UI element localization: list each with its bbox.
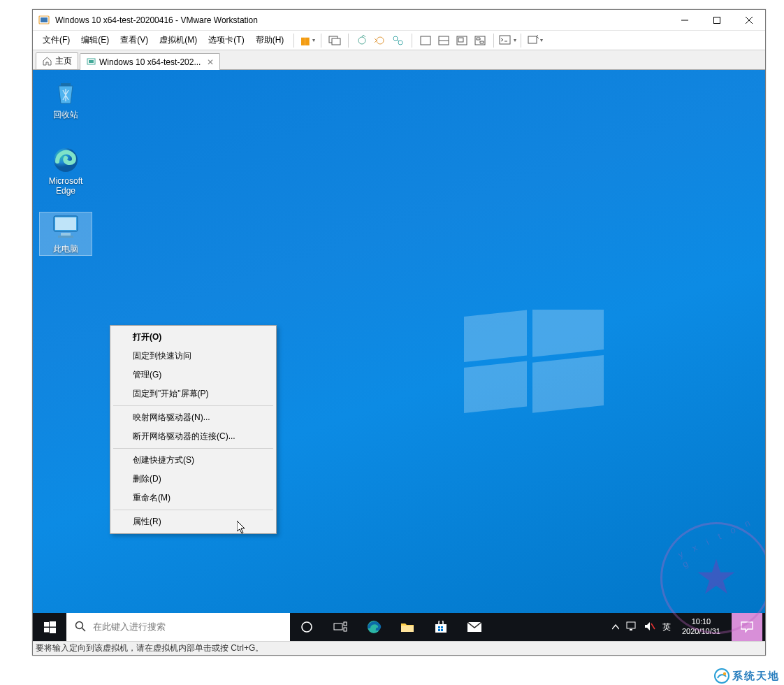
svg-rect-13	[421, 36, 430, 45]
context-menu-manage[interactable]: 管理(G)	[112, 366, 275, 384]
svg-rect-23	[464, 310, 527, 362]
window-title: Windows 10 x64-test-20200416 - VMware Wo…	[55, 15, 258, 25]
svg-rect-24	[532, 310, 604, 357]
recycle-bin-icon	[51, 78, 80, 108]
context-menu-pin-quick-access[interactable]: 固定到快速访问	[112, 347, 275, 366]
context-menu-open[interactable]: 打开(O)	[112, 328, 275, 347]
menubar: 文件(F) 编辑(E) 查看(V) 虚拟机(M) 选项卡(T) 帮助(H) ▮▮…	[33, 31, 765, 50]
maximize-button[interactable]	[701, 10, 733, 31]
svg-rect-3	[714, 17, 720, 23]
svg-rect-47	[441, 626, 443, 628]
view-unity-button[interactable]	[453, 32, 471, 49]
svg-rect-1	[41, 17, 48, 22]
context-menu-delete[interactable]: 删除(D)	[112, 470, 275, 489]
menu-view[interactable]: 查看(V)	[115, 31, 154, 49]
taskbar-store[interactable]	[424, 613, 458, 641]
home-icon	[42, 57, 52, 66]
context-menu-create-shortcut[interactable]: 创建快捷方式(S)	[112, 451, 275, 470]
menu-file[interactable]: 文件(F)	[37, 31, 75, 49]
tab-label: 主页	[55, 55, 72, 67]
vmware-app-icon	[38, 15, 50, 26]
tab-label: Windows 10 x64-test-202...	[99, 57, 201, 67]
tray-network-icon[interactable]	[626, 621, 637, 633]
context-menu-properties[interactable]: 属性(R)	[112, 512, 275, 531]
guest-taskbar: 在此键入进行搜索 英 10:10 2020/10/31	[33, 613, 765, 641]
console-button[interactable]: ▾	[498, 32, 516, 49]
context-menu-pin-start[interactable]: 固定到"开始"屏幕(P)	[112, 384, 275, 403]
close-button[interactable]	[733, 10, 765, 31]
context-menu-map-drive[interactable]: 映射网络驱动器(N)...	[112, 408, 275, 427]
svg-rect-44	[401, 626, 414, 632]
taskbar-task-view[interactable]	[324, 613, 357, 641]
menu-separator	[113, 405, 273, 406]
view-fullscreen-button[interactable]	[471, 32, 489, 49]
statusbar-text: 要将输入定向到该虚拟机，请在虚拟机内部单击或按 Ctrl+G。	[36, 642, 263, 654]
tray-clock[interactable]: 10:10 2020/10/31	[678, 617, 725, 637]
stretch-button[interactable]: ▾	[525, 32, 544, 49]
taskbar-file-explorer[interactable]	[391, 613, 424, 641]
svg-point-37	[76, 621, 83, 628]
vm-icon	[86, 57, 96, 67]
svg-rect-27	[61, 83, 71, 86]
menu-vm[interactable]: 虚拟机(M)	[154, 31, 203, 49]
brand-text: 系统天地	[732, 670, 780, 683]
tray-time: 10:10	[682, 617, 720, 627]
tab-vm[interactable]: Windows 10 x64-test-202... ✕	[80, 53, 220, 70]
snapshot-revert-button[interactable]	[371, 32, 389, 49]
desktop-icon-recycle-bin[interactable]: 回收站	[40, 78, 92, 121]
snapshot-take-button[interactable]	[353, 32, 371, 49]
svg-rect-31	[61, 233, 71, 236]
menu-tabs[interactable]: 选项卡(T)	[203, 31, 249, 49]
tab-home[interactable]: 主页	[36, 52, 78, 69]
separator	[412, 34, 412, 48]
tray-notifications[interactable]	[732, 613, 762, 641]
this-pc-icon	[51, 212, 80, 242]
guest-desktop[interactable]: 回收站 Microsoft Edge 此电脑 打开(O) 固定到快速访问 管理(…	[33, 70, 765, 641]
svg-point-55	[723, 672, 726, 675]
snapshot-manager-button[interactable]	[389, 32, 407, 49]
view-multi-button[interactable]	[435, 32, 453, 49]
svg-rect-41	[344, 622, 347, 626]
pause-vm-button[interactable]: ▮▮▾	[298, 32, 317, 49]
svg-rect-33	[44, 622, 49, 627]
minimize-button[interactable]	[669, 10, 701, 31]
context-menu: 打开(O) 固定到快速访问 管理(G) 固定到"开始"屏幕(P) 映射网络驱动器…	[110, 325, 277, 534]
search-icon	[75, 621, 86, 634]
vm-display-area[interactable]: 回收站 Microsoft Edge 此电脑 打开(O) 固定到快速访问 管理(…	[33, 70, 765, 641]
edge-icon	[51, 145, 80, 175]
svg-rect-32	[58, 236, 73, 238]
context-menu-rename[interactable]: 重命名(M)	[112, 489, 275, 507]
taskbar-edge[interactable]	[357, 613, 391, 641]
menu-edit[interactable]: 编辑(E)	[75, 31, 115, 49]
search-placeholder: 在此键入进行搜索	[93, 621, 166, 633]
view-single-button[interactable]	[416, 32, 435, 49]
vmware-statusbar: 要将输入定向到该虚拟机，请在虚拟机内部单击或按 Ctrl+G。	[33, 641, 765, 655]
titlebar: Windows 10 x64-test-20200416 - VMware Wo…	[33, 10, 765, 31]
svg-point-39	[302, 622, 312, 632]
tab-close-icon[interactable]: ✕	[207, 57, 214, 67]
cursor-icon	[237, 521, 248, 535]
vmware-window: Windows 10 x64-test-20200416 - VMware Wo…	[32, 9, 766, 656]
tray-volume-icon[interactable]	[644, 621, 655, 633]
tray-ime[interactable]: 英	[662, 621, 671, 633]
tray-chevron-up-icon[interactable]	[612, 623, 619, 631]
menu-separator	[113, 448, 273, 449]
svg-rect-51	[627, 622, 635, 628]
context-menu-disconnect-drive[interactable]: 断开网络驱动器的连接(C)...	[112, 427, 275, 446]
separator	[493, 34, 494, 48]
desktop-icon-this-pc[interactable]: 此电脑	[40, 212, 92, 255]
svg-rect-7	[332, 38, 340, 45]
tabs-row: 主页 Windows 10 x64-test-202... ✕	[33, 50, 765, 70]
icon-label-line2: Edge	[40, 186, 92, 196]
svg-rect-52	[630, 629, 632, 630]
svg-rect-34	[50, 621, 56, 627]
send-ctrl-alt-del-button[interactable]	[326, 32, 344, 49]
taskbar-search[interactable]: 在此键入进行搜索	[66, 613, 290, 641]
desktop-icon-edge[interactable]: Microsoft Edge	[40, 145, 92, 196]
menu-help[interactable]: 帮助(H)	[250, 31, 290, 49]
start-button[interactable]	[33, 613, 66, 641]
taskbar-cortana[interactable]	[290, 613, 324, 641]
svg-line-53	[651, 623, 655, 629]
taskbar-mail[interactable]	[458, 613, 491, 641]
separator	[321, 34, 321, 48]
